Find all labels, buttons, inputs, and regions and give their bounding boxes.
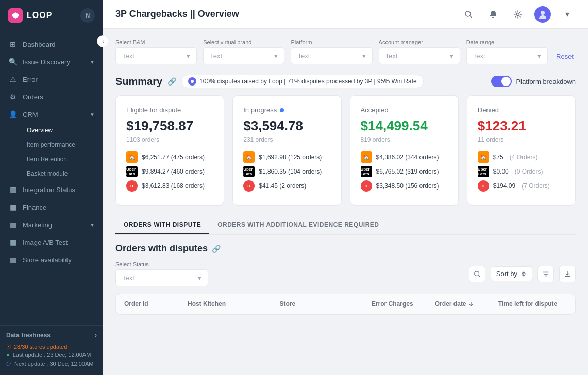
eligible-dh-amount: $6,251.77 (475 orders) — [142, 154, 205, 161]
sidebar-sub-item-overview[interactable]: Overview — [23, 123, 103, 138]
summary-title: Summary — [115, 76, 162, 88]
sort-by-select[interactable]: Sort by — [491, 266, 532, 281]
tabs-row: ORDERS WITH DISPUTE ORDERS WITH ADDITION… — [115, 216, 576, 235]
filter-icon — [542, 270, 549, 278]
card-title: Eligible for dispute — [126, 106, 213, 114]
sidebar-collapse-button[interactable]: ‹ — [97, 35, 109, 47]
card-title: In progress — [243, 106, 330, 114]
doordash-icon: 🏠 — [243, 151, 255, 163]
platform-label: Platform — [291, 39, 372, 45]
tab-orders-dispute[interactable]: ORDERS WITH DISPUTE — [115, 216, 209, 234]
th-time-left: Time left for dispute — [498, 300, 567, 308]
sidebar-sub-item-basket-module[interactable]: Basket module — [23, 166, 103, 181]
orders-filter-row: Select Status Text ▾ — [115, 261, 576, 286]
sort-arrows-icon — [520, 271, 527, 277]
eligible-dd-amount: $3,612.83 (168 orders) — [142, 182, 205, 190]
summary-cards: Eligible for dispute $19,758.87 1103 ord… — [115, 95, 576, 206]
virtual-brand-label: Select virtual brand — [203, 39, 284, 45]
search-button[interactable] — [460, 6, 477, 23]
th-order-id: Order Id — [124, 300, 181, 308]
crm-icon: 👤 — [8, 110, 18, 118]
ubereats-icon: Uber Eats — [361, 166, 372, 177]
sidebar-item-store-availability[interactable]: ▦ Store availability — [0, 251, 103, 268]
sidebar-item-image-ab-test[interactable]: ▦ Image A/B Test — [0, 233, 103, 251]
date-range-select[interactable]: Text ▾ — [466, 47, 548, 64]
error-icon: ⚠ — [8, 75, 18, 83]
sidebar-item-integration-status[interactable]: ▦ Integration Status — [0, 181, 103, 198]
account-manager-value: Text — [385, 52, 398, 60]
in-progress-uber-row: Uber Eats $1,860.35 (104 orders) — [243, 166, 330, 177]
tab-additional-evidence[interactable]: ORDERS WITH ADDITIONAL EVIDENCE REQUIRED — [209, 216, 387, 234]
denied-dd-amount: $194.09 — [493, 182, 515, 190]
in-progress-card: In progress $3,594.78 231 orders 🏠 $1,69… — [232, 95, 341, 206]
eligible-amount: $19,758.87 — [126, 118, 213, 134]
page-title: 3P Chargebacks || Overview — [115, 9, 454, 20]
platform-select[interactable]: Text ▾ — [291, 47, 372, 64]
sidebar-item-finance[interactable]: ▦ Finance — [0, 198, 103, 216]
settings-button[interactable] — [510, 6, 526, 23]
denied-uber-extra: (0 Orders) — [515, 168, 543, 175]
notifications-button[interactable] — [485, 6, 501, 23]
orders-section: Orders with disputes 🔗 Select Status Tex… — [115, 243, 576, 315]
chevron-down-icon: ▾ — [565, 9, 569, 19]
accepted-orders: 819 orders — [361, 136, 448, 143]
th-host-kitchen: Host Kitchen — [188, 300, 273, 308]
issue-discovery-icon: 🔍 — [8, 58, 18, 66]
sidebar-item-marketing[interactable]: ▦ Marketing ▼ — [0, 216, 103, 233]
account-manager-select[interactable]: Text ▾ — [379, 47, 460, 64]
user-menu-button[interactable]: ▾ — [559, 6, 576, 23]
summary-stats-badge: 100% disputes raised by Loop | 71% dispu… — [181, 75, 424, 88]
doordash2-icon: D — [361, 180, 372, 192]
virtual-brand-filter: Select virtual brand Text ▾ — [203, 39, 284, 64]
sidebar-item-label: Store availability — [23, 256, 72, 264]
bm-filter-value: Text — [122, 52, 135, 60]
in-progress-dd-row: D $41.45 (2 orders) — [243, 180, 330, 192]
eligible-orders: 1103 orders — [126, 136, 213, 143]
reset-filters-button[interactable]: Reset — [554, 48, 576, 64]
orders-search-button[interactable] — [469, 266, 485, 282]
data-freshness-next-icon: ◌ — [6, 360, 11, 367]
denied-dh-row: 🏠 $75 (4 Orders) — [478, 151, 565, 163]
summary-section: Summary 🔗 100% disputes raised by Loop |… — [115, 75, 576, 206]
platform-toggle-switch[interactable] — [491, 76, 512, 87]
summary-link-icon[interactable]: 🔗 — [167, 77, 176, 86]
sidebar-item-label: Image A/B Test — [23, 238, 68, 246]
sidebar-item-error[interactable]: ⚠ Error — [0, 71, 103, 88]
filter-button[interactable] — [537, 266, 554, 282]
eligible-uber-amount: $9,894.27 (460 orders) — [142, 168, 205, 175]
platform-breakdown-label: Platform breakdown — [516, 78, 576, 86]
status-filter-select[interactable]: Text ▾ — [115, 269, 208, 286]
download-button[interactable] — [559, 266, 576, 282]
sidebar-item-crm[interactable]: 👤 CRM ▼ — [0, 106, 103, 123]
sidebar-sub-item-item-retention[interactable]: Item Retention — [23, 152, 103, 166]
accepted-dh-amount: $4,386.02 (344 orders) — [376, 154, 439, 161]
marketing-icon: ▦ — [8, 220, 18, 229]
svg-point-2 — [517, 13, 519, 15]
virtual-brand-chevron-icon: ▾ — [274, 52, 278, 60]
sidebar-item-issue-discovery[interactable]: 🔍 Issue Discovery ▼ — [0, 53, 103, 71]
finance-icon: ▦ — [8, 203, 18, 211]
sidebar-item-orders[interactable]: ⚙ Orders — [0, 88, 103, 106]
card-title: Denied — [478, 106, 565, 114]
data-freshness-last-update: Last update : 23 Dec, 12:00AM — [13, 352, 91, 358]
data-freshness-last-icon: ● — [6, 352, 10, 358]
virtual-brand-select[interactable]: Text ▾ — [203, 47, 284, 64]
summary-header: Summary 🔗 100% disputes raised by Loop |… — [115, 75, 576, 88]
th-error-charges: Error Charges — [372, 300, 429, 308]
doordash2-icon: D — [126, 180, 138, 192]
data-freshness-expand[interactable]: › — [95, 332, 97, 339]
bm-filter: Select B&M Text ▾ — [115, 39, 197, 64]
sidebar-item-label: Integration Status — [23, 186, 75, 194]
summary-title-row: Summary 🔗 100% disputes raised by Loop |… — [115, 75, 424, 88]
in-progress-title-text: In progress — [243, 106, 277, 114]
denied-dh-amount: $75 — [493, 154, 503, 161]
orders-link-icon[interactable]: 🔗 — [212, 245, 221, 253]
sidebar-item-dashboard[interactable]: ⊞ Dashboard — [0, 36, 103, 53]
bm-filter-select[interactable]: Text ▾ — [115, 47, 197, 64]
user-avatar[interactable] — [534, 6, 551, 23]
accepted-dd-amount: $3,348.50 (156 orders) — [376, 182, 439, 190]
status-filter-value: Text — [122, 274, 135, 282]
svg-point-5 — [475, 271, 479, 276]
sidebar-sub-item-item-performance[interactable]: Item performance — [23, 138, 103, 152]
top-bar: 3P Chargebacks || Overview — [103, 0, 588, 29]
